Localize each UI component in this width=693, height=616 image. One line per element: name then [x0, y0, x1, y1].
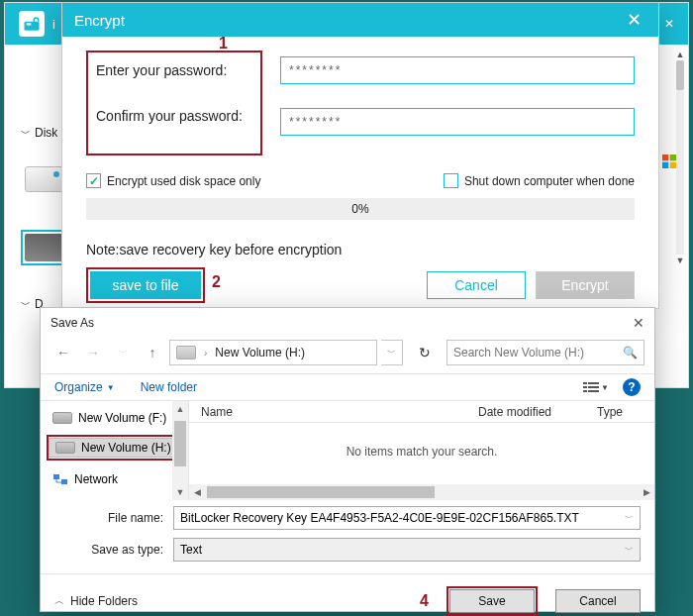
save-type-select[interactable]: Text﹀	[173, 538, 641, 562]
encrypt-used-space-label: Encrypt used disk space only	[107, 174, 260, 188]
tree-item-volume-h[interactable]: New Volume (H:)	[49, 438, 176, 458]
encrypt-close-button[interactable]: ✕	[621, 9, 646, 31]
svg-rect-12	[53, 474, 59, 479]
hide-folders-toggle[interactable]: ︿Hide Folders	[54, 594, 138, 608]
svg-rect-5	[670, 162, 676, 168]
confirm-password-label: Confirm your password:	[94, 104, 254, 128]
chevron-down-icon[interactable]: ﹀	[625, 512, 634, 525]
save-type-label: Save as type:	[54, 543, 163, 557]
nav-back-button[interactable]: ←	[50, 340, 76, 365]
password-input[interactable]	[280, 56, 635, 84]
save-button[interactable]: Save	[449, 589, 535, 613]
file-name-label: File name:	[54, 511, 163, 525]
shutdown-checkbox[interactable]: ✓	[444, 173, 458, 188]
saveas-close-button[interactable]: ✕	[617, 315, 644, 331]
view-list-icon	[583, 381, 599, 393]
svg-rect-13	[61, 479, 67, 484]
encrypt-dialog-title: Encrypt	[74, 12, 125, 29]
organize-menu[interactable]: Organize▼	[54, 380, 115, 394]
address-location: New Volume (H:)	[215, 346, 305, 359]
confirm-password-input[interactable]	[280, 108, 635, 136]
svg-rect-0	[25, 22, 40, 31]
encrypt-cancel-button[interactable]: Cancel	[427, 271, 526, 299]
list-horizontal-scrollbar[interactable]: ◀▶	[189, 484, 654, 500]
password-label: Enter your password:	[94, 58, 254, 82]
encrypt-dialog: Encrypt ✕ 1 Enter your password: Confirm…	[61, 2, 659, 309]
svg-rect-1	[27, 23, 32, 25]
nav-forward-button[interactable]: →	[80, 340, 106, 365]
refresh-button[interactable]: ↻	[411, 340, 439, 365]
column-type[interactable]: Type	[585, 405, 654, 419]
folder-tree[interactable]: New Volume (F:) New Volume (H:) 3 Networ…	[41, 401, 189, 500]
drive-icon	[55, 442, 75, 454]
chevron-up-icon: ︿	[54, 594, 64, 608]
address-bar[interactable]: › New Volume (H:)	[169, 340, 377, 365]
windows-flag-icon	[662, 154, 676, 168]
encrypt-start-button[interactable]: Encrypt	[536, 271, 635, 299]
chevron-right-icon: ›	[204, 348, 207, 359]
svg-rect-11	[588, 390, 599, 392]
svg-rect-3	[670, 154, 676, 160]
svg-rect-9	[588, 386, 599, 388]
recovery-note: Note:save recovery key before encryption	[86, 242, 635, 257]
password-labels-frame: Enter your password: Confirm your passwo…	[86, 51, 262, 155]
callout-marker-4: 4	[420, 592, 429, 610]
svg-rect-4	[662, 162, 668, 168]
view-options-button[interactable]: ▼	[583, 381, 609, 393]
drive-icon	[176, 346, 196, 359]
file-list-area[interactable]: Name Date modified Type No items match y…	[189, 401, 654, 500]
drive-icon	[52, 412, 72, 424]
tree-item-volume-f[interactable]: New Volume (F:)	[47, 407, 188, 429]
search-input[interactable]: Search New Volume (H:) 🔍	[446, 340, 644, 365]
saveas-title: Save As	[50, 316, 94, 330]
tree-scrollbar[interactable]: ▲▼	[172, 401, 188, 500]
drive-icon[interactable]	[25, 166, 64, 192]
svg-rect-2	[662, 154, 668, 160]
list-header[interactable]: Name Date modified Type	[189, 401, 654, 423]
callout-marker-2: 2	[212, 273, 221, 291]
cancel-button[interactable]: Cancel	[555, 589, 641, 613]
chevron-down-icon: ﹀	[625, 544, 634, 557]
empty-list-message: No items match your search.	[189, 445, 654, 459]
app-logo-icon	[19, 11, 45, 37]
bg-scrollbar[interactable]: ▲▼	[676, 49, 684, 266]
saveas-titlebar: Save As ✕	[41, 308, 654, 338]
svg-rect-6	[583, 382, 587, 384]
help-button[interactable]: ?	[623, 378, 641, 396]
encrypt-used-space-checkbox[interactable]: ✓	[86, 173, 101, 188]
address-dropdown[interactable]: ﹀	[381, 340, 403, 365]
new-folder-button[interactable]: New folder	[141, 380, 197, 394]
network-icon	[52, 473, 68, 485]
column-date[interactable]: Date modified	[466, 405, 585, 419]
file-name-input[interactable]: BitLocker Recovery Key EA4F4953-F5A2-4C0…	[173, 506, 641, 530]
svg-rect-10	[583, 390, 587, 392]
bg-title: i	[52, 17, 55, 32]
svg-rect-7	[588, 382, 599, 384]
bg-close-button[interactable]: ✕	[664, 17, 674, 31]
save-as-dialog: Save As ✕ ← → ﹀ ↑ › New Volume (H:) ﹀ ↻ …	[40, 307, 655, 612]
nav-up-button[interactable]: ↑	[140, 340, 165, 365]
search-icon: 🔍	[623, 346, 638, 359]
shutdown-label: Shut down computer when done	[464, 174, 635, 188]
column-name[interactable]: Name	[189, 405, 466, 419]
tree-item-network[interactable]: Network	[47, 468, 188, 490]
nav-recent-dropdown[interactable]: ﹀	[110, 340, 136, 365]
progress-bar: 0%	[86, 198, 635, 220]
svg-rect-8	[583, 386, 587, 388]
search-placeholder: Search New Volume (H:)	[453, 346, 584, 359]
encrypt-titlebar: Encrypt ✕	[62, 3, 658, 37]
save-to-file-button[interactable]: save to file	[90, 271, 201, 299]
